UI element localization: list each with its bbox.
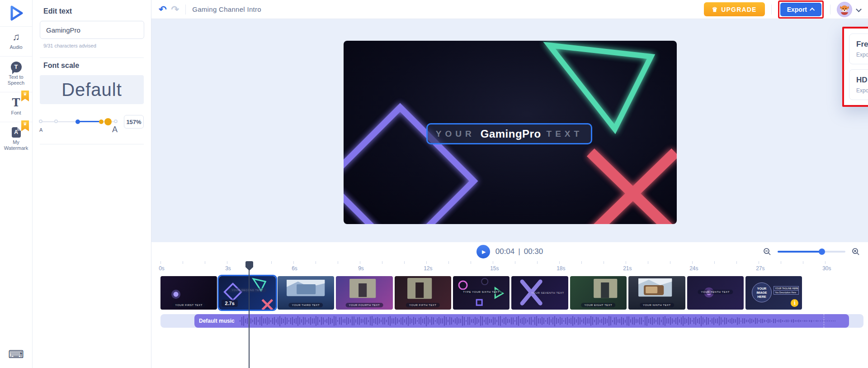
- app-logo[interactable]: [0, 0, 32, 26]
- ruler-tick: [537, 261, 538, 264]
- ruler-label: 30s: [822, 265, 831, 272]
- keyboard-shortcuts-icon[interactable]: ⌨: [0, 348, 32, 361]
- timeline-clip[interactable]: YOUR IMAGE HEREYOUR TAGLINE HEREYou Desc…: [745, 276, 802, 310]
- ruler-label: 21s: [623, 265, 632, 272]
- ruler-tick: [227, 261, 227, 264]
- timeline-clip[interactable]: Your First text: [160, 276, 217, 310]
- ruler-tick: [759, 261, 759, 264]
- audio-clip[interactable]: Default music: [194, 314, 849, 328]
- panel-divider: [40, 57, 144, 58]
- audio-clip-label: Default music: [199, 318, 235, 324]
- timeline-section: ▶ 00:04 | 00:30: [151, 242, 868, 368]
- edit-panel: Edit text 9/31 characters advised Font s…: [33, 0, 151, 368]
- ruler-tick: [316, 261, 316, 264]
- ruler-tick: [382, 261, 382, 264]
- ruler-tick: [803, 261, 803, 264]
- timeline-clip[interactable]: YOUR FOURTH TEXT: [336, 276, 392, 310]
- upgrade-button[interactable]: ♛ UPGRADE: [704, 2, 765, 16]
- timeline-clip[interactable]: YOUR NINTH TEXT: [628, 276, 685, 310]
- video-canvas-area: YOUR GamingPro TEXT: [151, 19, 868, 242]
- slider-stop: [114, 119, 118, 123]
- timeline-clip[interactable]: TYPE YOUR SIXTH TEXT: [453, 276, 509, 310]
- slider-dot: [75, 119, 80, 124]
- tagline-placeholder: YOUR TAGLINE HERE: [774, 286, 799, 291]
- ruler-tick: [404, 261, 405, 264]
- slider-stop: [54, 119, 58, 123]
- ruler-label: 6s: [292, 265, 297, 272]
- audio-end-marker: [824, 314, 824, 328]
- slider-handle[interactable]: [819, 249, 825, 255]
- video-preview[interactable]: YOUR GamingPro TEXT: [344, 41, 677, 224]
- zoom-out-icon[interactable]: [763, 248, 771, 256]
- crown-icon: ♛: [712, 6, 718, 13]
- sidebar-item-audio[interactable]: ♫ Audio: [0, 26, 32, 56]
- clip-caption: YOUR TENTH TEXT: [698, 290, 733, 294]
- ruler-tick: [183, 261, 183, 264]
- ruler-tick: [160, 261, 161, 264]
- text-input[interactable]: [40, 21, 144, 39]
- clip-caption: YOUR SEVENTH TEXT: [528, 291, 567, 295]
- export-option-title: HD 1080: [856, 76, 868, 85]
- export-option-free[interactable]: Free export Export your video in low qua…: [849, 33, 868, 64]
- audio-track: Default music: [160, 314, 868, 328]
- ruler-tick: [515, 261, 515, 264]
- text-overlay-box[interactable]: YOUR GamingPro TEXT: [426, 123, 592, 144]
- audio-waveform: [194, 314, 849, 328]
- sidebar-item-font[interactable]: ♛ T Font: [0, 92, 32, 122]
- ruler-tick: [338, 261, 338, 264]
- ruler-tick: [448, 261, 449, 264]
- clip-caption: Your First text: [172, 303, 206, 307]
- export-button[interactable]: Export: [780, 3, 821, 16]
- play-button[interactable]: ▶: [476, 245, 490, 258]
- ruler-tick: [781, 261, 781, 264]
- user-avatar[interactable]: [837, 2, 852, 17]
- export-label: Export: [787, 6, 807, 13]
- playhead[interactable]: [245, 261, 253, 368]
- font-scale-value[interactable]: 157%: [124, 115, 144, 129]
- ruler-tick: [581, 261, 582, 264]
- slider-fill: [778, 251, 822, 253]
- divider: [185, 5, 186, 14]
- ruler-label: 18s: [557, 265, 565, 272]
- undo-button[interactable]: ↶: [159, 4, 167, 15]
- timeline-ruler[interactable]: 0s3s6s9s12s15s18s21s24s27s30s: [160, 261, 868, 274]
- redo-button[interactable]: ↷: [171, 4, 179, 15]
- time-separator: |: [518, 247, 520, 256]
- playhead-handle[interactable]: [245, 261, 253, 271]
- topbar: ↶ ↷ Gaming Channel Intro ♛ UPGRADE Expor…: [151, 0, 868, 19]
- sidebar-item-label: My Watermark: [1, 139, 31, 151]
- chevron-down-icon[interactable]: [856, 6, 862, 12]
- sidebar-item-my-watermark[interactable]: ♛ A My Watermark: [0, 122, 32, 157]
- ruler-tick: [426, 261, 427, 264]
- timeline-clip[interactable]: YOUR TENTH TEXT: [687, 276, 744, 310]
- timeline-zoom-slider[interactable]: [778, 249, 845, 255]
- timeline-clip[interactable]: YOUR SEVENTH TEXT: [511, 276, 568, 310]
- timeline-tracks: 0s3s6s9s12s15s18s21s24s27s30s Your First…: [160, 261, 868, 328]
- play-icon: ▶: [482, 249, 486, 255]
- total-time: 00:30: [524, 247, 543, 256]
- clip-caption: YOUR THIRD TEXT: [289, 303, 323, 307]
- timeline-clip[interactable]: YOUR FIFTH TEXT: [395, 276, 451, 310]
- ruler-tick: [714, 261, 715, 264]
- overlay-prefix: YOUR: [436, 129, 475, 139]
- slider-fill: [77, 121, 101, 122]
- export-option-subtitle: Export your video in HD1080 quality: [856, 87, 868, 94]
- timeline-clip[interactable]: YOUR THIRD TEXT: [278, 276, 334, 310]
- current-time: 00:04: [495, 247, 515, 256]
- sidebar-item-label: Audio: [1, 44, 31, 50]
- clip-caption: YOUR EIGHT TEXT: [581, 303, 616, 307]
- ruler-label: 15s: [490, 265, 499, 272]
- project-title[interactable]: Gaming Channel Intro: [192, 5, 261, 13]
- font-preview[interactable]: Default: [40, 75, 144, 104]
- description-placeholder: You Description Here: [774, 291, 799, 295]
- zoom-in-icon[interactable]: [852, 248, 860, 256]
- ruler-tick: [736, 261, 737, 264]
- sidebar-item-text-to-speech[interactable]: T Text to Speech: [0, 56, 32, 92]
- sidebar-item-label: Font: [1, 110, 31, 116]
- export-option-hd1080[interactable]: HD 1080 Export your video in HD1080 qual…: [849, 69, 868, 100]
- ruler-tick: [360, 261, 360, 264]
- slider-stop: [39, 119, 42, 123]
- font-scale-slider[interactable]: A A: [40, 117, 117, 126]
- slider-handle[interactable]: [104, 118, 112, 125]
- timeline-clip[interactable]: YOUR EIGHT TEXT: [570, 276, 627, 310]
